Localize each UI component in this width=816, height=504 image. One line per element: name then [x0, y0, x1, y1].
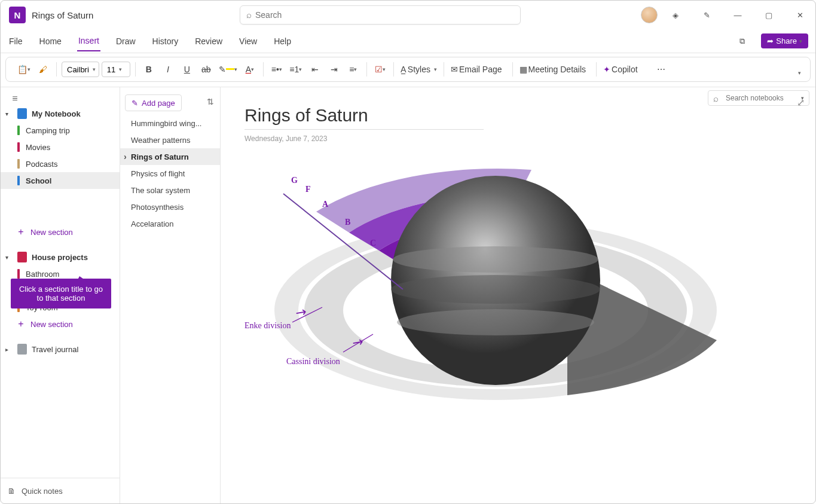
format-painter-button[interactable]: 🖌	[35, 61, 51, 78]
menu-review[interactable]: Review	[194, 32, 224, 51]
ring-label-b: B	[345, 218, 350, 227]
paste-button[interactable]: 📋▾	[16, 61, 32, 78]
section-color-icon	[17, 269, 20, 279]
underline-button[interactable]: U	[179, 61, 195, 78]
ring-label-c: C	[370, 239, 376, 248]
email-page-button[interactable]: ✉Email Page	[449, 61, 508, 78]
new-section-label: New section	[30, 228, 73, 237]
page-item[interactable]: Physics of flight	[120, 165, 220, 182]
notebook-my-notebook[interactable]: ▾ My Notebook	[1, 105, 120, 122]
section-movies[interactable]: Movies	[1, 139, 120, 155]
chevron-down-icon: ▾	[5, 111, 13, 117]
page-item[interactable]: The solar system	[120, 182, 220, 198]
user-avatar[interactable]	[641, 7, 658, 23]
italic-button[interactable]: I	[160, 61, 176, 78]
chevron-right-icon: ▸	[5, 346, 13, 353]
highlight-button[interactable]: ✎▾	[217, 61, 239, 78]
menu-home[interactable]: Home	[38, 32, 63, 51]
font-size-value: 11	[107, 65, 115, 74]
section-podcasts[interactable]: Podcasts	[1, 155, 120, 172]
global-search[interactable]	[240, 5, 521, 25]
menu-history[interactable]: History	[151, 32, 180, 51]
plus-icon: +	[17, 227, 25, 237]
page-canvas[interactable]: ⤢ Rings of Saturn Wednesday, June 7, 202…	[221, 87, 815, 504]
ring-label-f: F	[305, 185, 311, 194]
ribbon-expand-button[interactable]: ▾	[791, 65, 808, 81]
menu-help[interactable]: Help	[273, 32, 292, 51]
page-icon: 🗎	[8, 487, 16, 496]
add-page-button[interactable]: ✎ Add page	[125, 94, 182, 111]
quick-notes-button[interactable]: 🗎 Quick notes	[1, 478, 120, 504]
minimize-button[interactable]: —	[725, 5, 751, 25]
strikethrough-button[interactable]: ab	[198, 61, 215, 78]
search-input[interactable]	[255, 10, 514, 20]
fullscreen-toggle-icon[interactable]: ⧉	[729, 32, 755, 51]
ribbon: 📋▾ 🖌 Cailbri▾ 11▾ B I U ab ✎▾ A▾ ≡•▾ ≡1▾…	[5, 57, 811, 82]
copilot-label: Copilot	[610, 65, 641, 74]
page-item[interactable]: Hummingbird wing...	[120, 115, 220, 132]
page-date: Wednesday, June 7, 2023	[245, 135, 791, 143]
quick-notes-label: Quick notes	[22, 487, 63, 496]
share-label: Share	[776, 36, 797, 45]
new-section-label: New section	[30, 320, 73, 329]
saturn-illustration: G F A B C D ↗ Enke division ↗ Cassini di…	[245, 161, 723, 424]
page-item[interactable]: Rings of Saturn	[120, 148, 220, 165]
expand-page-icon[interactable]: ⤢	[797, 97, 805, 108]
font-name-combo[interactable]: Cailbri▾	[62, 62, 99, 77]
section-color-icon	[17, 159, 20, 169]
meeting-details-button[interactable]: ▦Meeting Details	[518, 61, 592, 78]
menu-file[interactable]: File	[8, 32, 24, 51]
align-button[interactable]: ≡▾	[345, 61, 362, 78]
font-size-combo[interactable]: 11▾	[102, 62, 130, 77]
add-page-label: Add page	[142, 99, 175, 108]
window-title: Rings of Saturn	[32, 10, 93, 20]
close-button[interactable]: ✕	[787, 5, 813, 25]
new-section-button[interactable]: +New section	[1, 224, 120, 240]
meeting-label: Meeting Details	[527, 65, 590, 74]
indent-button[interactable]: ⇥	[326, 61, 343, 78]
menu-view[interactable]: View	[238, 32, 258, 51]
ink-icon[interactable]: ✎	[693, 5, 720, 25]
section-label: Bathroom	[26, 270, 59, 279]
section-camping-trip[interactable]: Camping trip	[1, 122, 120, 139]
menu-draw[interactable]: Draw	[115, 32, 137, 51]
svg-point-7	[397, 309, 594, 335]
bold-button[interactable]: B	[140, 61, 157, 78]
notebook-label: My Notebook	[32, 109, 81, 118]
copilot-icon: ✦	[603, 65, 610, 74]
share-button[interactable]: ➦ Share ▾	[761, 33, 808, 48]
title-bar: N Rings of Saturn ◈ ✎ — ▢ ✕	[1, 1, 815, 29]
notebook-label: Travel journal	[32, 345, 78, 354]
styles-button[interactable]: A̲Styles▾	[399, 61, 439, 78]
outdent-button[interactable]: ⇤	[307, 61, 323, 78]
notebook-icon	[17, 252, 27, 262]
premium-icon[interactable]: ◈	[662, 5, 689, 25]
numbering-button[interactable]: ≡1▾	[288, 61, 304, 78]
bullets-button[interactable]: ≡•▾	[268, 61, 285, 78]
calendar-icon: ▦	[519, 65, 527, 74]
styles-icon: A̲	[401, 65, 407, 74]
page-item[interactable]: Weather patterns	[120, 132, 220, 148]
more-button[interactable]: ⋯	[653, 61, 670, 78]
page-title[interactable]: Rings of Saturn	[245, 105, 791, 126]
nav-toggle-icon[interactable]: ≡	[7, 90, 23, 107]
notebook-icon	[17, 108, 27, 119]
maximize-button[interactable]: ▢	[756, 5, 782, 25]
notebook-travel-journal[interactable]: ▸ Travel journal	[1, 341, 120, 358]
section-color-icon	[17, 176, 20, 185]
page-item[interactable]: Photosynthesis	[120, 198, 220, 215]
pages-panel: ⇅ ✎ Add page Hummingbird wing... Weather…	[120, 87, 221, 504]
new-section-button[interactable]: +New section	[1, 316, 120, 332]
section-label: School	[26, 176, 51, 185]
annotation-cassini: Cassini division	[286, 357, 340, 366]
font-name-value: Cailbri	[67, 65, 89, 74]
font-color-button[interactable]: A▾	[242, 61, 258, 78]
page-item[interactable]: Accelaration	[120, 215, 220, 232]
section-school[interactable]: School	[1, 172, 120, 189]
notebook-house-projects[interactable]: ▾ House projects	[1, 249, 120, 265]
section-label: Podcasts	[26, 160, 57, 169]
menu-insert[interactable]: Insert	[77, 31, 100, 51]
sort-pages-button[interactable]: ⇅	[207, 97, 214, 106]
copilot-button[interactable]: ✦Copilot	[601, 61, 643, 78]
todo-tag-button[interactable]: ☑▾	[372, 61, 389, 78]
